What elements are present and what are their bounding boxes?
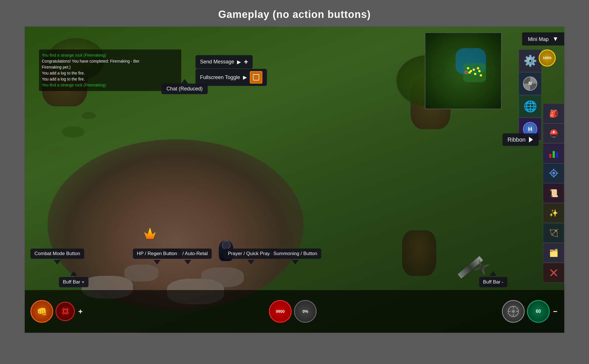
- buff-section: 💢: [55, 302, 75, 321]
- compass-button[interactable]: N: [519, 72, 541, 95]
- combat-mode-annotation: Combat Mode Button: [30, 249, 84, 259]
- chat-line-4: You add a log to the fire.: [42, 70, 178, 76]
- svg-marker-26: [490, 271, 497, 276]
- svg-marker-19: [529, 137, 533, 142]
- buff-icon-btn[interactable]: 💢: [55, 302, 75, 321]
- globe-icon: 🌐: [524, 100, 537, 113]
- quest-icon: 📜: [549, 189, 558, 198]
- svg-marker-21: [70, 271, 77, 276]
- grass-patch-1: [62, 126, 85, 138]
- adren-btn[interactable]: 0%: [294, 300, 317, 323]
- player-head: [222, 241, 230, 249]
- skills-icon: 🗂️: [549, 249, 558, 257]
- send-message-annotation: Send Message ▶ +: [195, 55, 253, 69]
- helm-ribbon-btn[interactable]: ⛑️: [543, 123, 564, 143]
- stats-icon: [549, 148, 559, 158]
- inventory-ribbon-btn[interactable]: 🎒: [543, 104, 564, 123]
- svg-marker-25: [292, 260, 299, 264]
- settings-icon: [549, 168, 559, 178]
- magic-ribbon-btn[interactable]: ✨: [543, 203, 564, 223]
- minimap-bg: [425, 32, 502, 109]
- compass-icon: N: [523, 76, 537, 91]
- globe-button[interactable]: 🌐: [519, 95, 541, 118]
- hp-regen-section: 9900: [269, 300, 292, 323]
- magic-icon: ✨: [549, 209, 558, 218]
- svg-point-4: [552, 172, 555, 175]
- prayer-btn[interactable]: [502, 300, 525, 323]
- summoning-annotation-container: Summoning / Button: [269, 249, 321, 264]
- svg-point-12: [512, 310, 515, 313]
- combat-chevron-down-icon: [54, 260, 61, 264]
- svg-rect-1: [553, 151, 555, 158]
- buff-bar-plus-annotation: Buff Bar +: [59, 277, 88, 287]
- fullscreen-arrow-icon: ▶: [243, 74, 247, 80]
- combat-fist-icon: 👊: [37, 307, 47, 317]
- combat-mode-annotation-container: Combat Mode Button: [30, 249, 84, 264]
- summoning-annotation: Summoning / Button: [269, 249, 321, 259]
- buff-plus-icon: +: [78, 307, 83, 316]
- svg-marker-24: [248, 260, 254, 264]
- campfire: [144, 228, 156, 242]
- inventory-icon: 🎒: [549, 109, 558, 118]
- svg-rect-2: [556, 152, 558, 158]
- bottom-hud: 👊 💢 + 9900 0%: [25, 290, 564, 333]
- campfire-flames: [144, 228, 156, 239]
- minimap-percent[interactable]: 100%: [539, 49, 556, 67]
- helm-icon: ⛑️: [549, 129, 558, 138]
- hp-regen-annotation: HP / Regen Button: [133, 249, 181, 259]
- svg-rect-8: [557, 173, 558, 174]
- close-ribbon-btn[interactable]: [543, 263, 564, 283]
- svg-marker-23: [154, 260, 160, 264]
- ranged-ribbon-btn[interactable]: 🏹: [543, 223, 564, 243]
- send-message-plus-icon: +: [244, 57, 248, 66]
- prayer-chevron-down-icon: [248, 260, 254, 264]
- chat-line-1: You find a strange rock (Firemaking): [42, 52, 178, 58]
- tree-stump-br: [402, 230, 436, 276]
- svg-rect-17: [253, 75, 259, 80]
- prayer-section: [502, 300, 525, 323]
- buff-minus-icon: −: [553, 307, 557, 316]
- ranged-icon: 🏹: [549, 229, 558, 237]
- svg-rect-5: [553, 169, 554, 170]
- buff-minus-chevron-up-icon: [490, 271, 497, 276]
- buff-icon: 💢: [61, 308, 69, 315]
- fullscreen-svg: [253, 74, 260, 81]
- rock-2: [124, 264, 158, 282]
- grass-patch-2: [48, 146, 65, 155]
- chat-line-3: Firemaking pet.): [42, 64, 178, 70]
- fullscreen-toggle-annotation: Fullscreen Toggle ▶: [195, 69, 267, 86]
- gear-icon: ⚙️: [524, 55, 537, 67]
- close-icon: [549, 268, 558, 277]
- buff-bar-minus-annotation-container: Buff Bar -: [479, 271, 508, 287]
- combat-mode-section: 👊: [30, 300, 53, 323]
- settings-ribbon-btn[interactable]: [543, 163, 564, 183]
- svg-marker-22: [184, 260, 191, 264]
- combat-mode-btn[interactable]: 👊: [30, 300, 53, 323]
- grass-patch-3: [82, 112, 96, 119]
- hp-regen-btn[interactable]: 9900: [269, 300, 292, 323]
- hp-value: 9900: [276, 309, 285, 314]
- quest-ribbon-btn[interactable]: 📜: [543, 183, 564, 203]
- chat-reduced-annotation: Chat (Reduced): [161, 84, 208, 94]
- stats-ribbon-btn[interactable]: [543, 143, 564, 163]
- page-container: Gameplay (no action buttons): [0, 0, 589, 364]
- skills-ribbon-btn[interactable]: 🗂️: [543, 243, 564, 263]
- game-frame: You find a strange rock (Firemaking) Con…: [24, 26, 565, 333]
- summoning-btn[interactable]: 60: [527, 300, 550, 323]
- ribbon-annotation: Ribbon: [502, 133, 539, 146]
- chat-line-5: You add a log to the fire.: [42, 76, 178, 82]
- minimap-container: [425, 32, 502, 109]
- chat-line-6: You find a strange rock (Firemaking): [42, 82, 178, 88]
- prayer-icon: [508, 306, 519, 317]
- gear-button[interactable]: ⚙️: [519, 49, 541, 72]
- adren-section: 0%: [294, 300, 317, 323]
- svg-marker-18: [181, 79, 188, 84]
- chat-box: You find a strange rock (Firemaking) Con…: [39, 49, 181, 91]
- svg-rect-7: [549, 173, 551, 174]
- chat-chevron-up-icon: [181, 79, 188, 84]
- hp-regen-annotation-container: HP / Regen Button: [133, 249, 181, 264]
- buff-plus-chevron-up-icon: [70, 271, 77, 276]
- svg-marker-20: [54, 260, 61, 264]
- page-title: Gameplay (no action buttons): [218, 9, 371, 20]
- rock-4: [201, 267, 244, 287]
